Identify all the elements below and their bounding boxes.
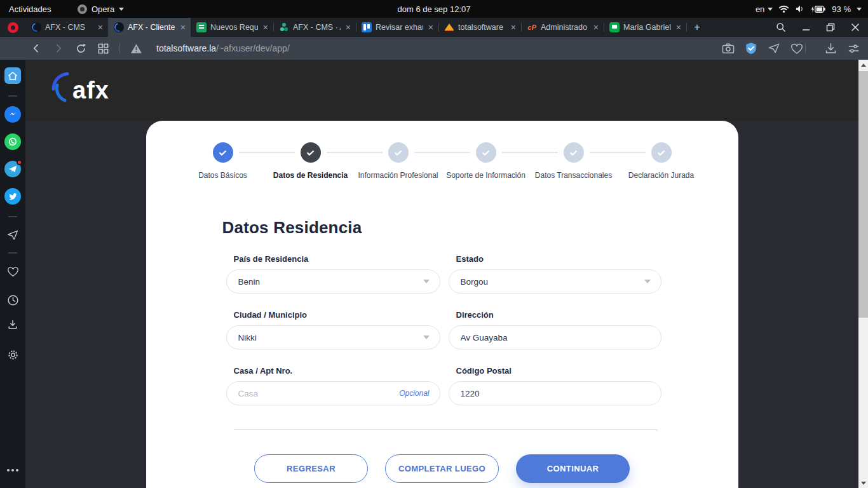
bookmarks-heart-icon[interactable] [4, 263, 21, 280]
field-codigo-postal: Código Postal [449, 366, 661, 405]
step-datos-residencia[interactable]: Datos de Residencia [267, 142, 355, 180]
page-scrollbar[interactable] [858, 60, 868, 488]
speed-dial-grid-icon[interactable] [96, 43, 110, 54]
scroll-up-arrow[interactable] [858, 60, 868, 70]
direccion-input[interactable] [461, 333, 651, 342]
step-label: Datos Transaccionales [530, 171, 618, 180]
sidebar-more-icon[interactable] [11, 469, 14, 471]
toolbar-divider [805, 43, 806, 53]
tab-close-icon[interactable]: × [592, 23, 600, 32]
browser-toolbar: totalsoftware.la/~afxuser/dev/app/ [0, 37, 868, 60]
tab-close-icon[interactable]: × [344, 23, 352, 32]
field-label: Código Postal [456, 366, 661, 376]
step-label: Datos de Residencia [267, 171, 355, 180]
browser-tab-administrador[interactable]: cP Administrado × [521, 18, 604, 37]
messenger-icon[interactable] [4, 106, 21, 123]
twitter-icon[interactable] [4, 188, 21, 205]
vpn-shield-badge-icon[interactable] [744, 42, 758, 55]
bookmark-heart-icon[interactable] [790, 43, 804, 55]
field-label: Estado [456, 254, 661, 264]
field-direccion: Dirección [449, 310, 661, 349]
screen: Actividades Opera dom 6 de sep 12:07 en … [0, 0, 868, 488]
keyboard-layout-indicator[interactable]: en [756, 4, 773, 14]
tab-close-icon[interactable]: × [179, 23, 187, 32]
continue-button[interactable]: CONTINUAR [516, 454, 630, 483]
system-clock[interactable]: dom 6 de sep 12:07 [398, 4, 471, 14]
chevron-down-icon [644, 280, 651, 283]
downloads-icon[interactable] [824, 43, 837, 55]
browser-tab-totalsoftware[interactable]: totalsoftware × [438, 18, 521, 37]
opera-logo[interactable] [0, 18, 25, 37]
history-clock-icon[interactable] [4, 292, 21, 308]
estado-select[interactable]: Borgou [449, 269, 661, 294]
wizard-card: Datos Básicos Datos de Residencia Inform… [146, 121, 738, 488]
battery-percent-label: 93 % [832, 4, 851, 14]
whatsapp-icon[interactable] [4, 133, 21, 150]
my-flow-icon[interactable] [767, 42, 781, 55]
forward-button[interactable] [51, 42, 65, 55]
casa-input[interactable] [238, 389, 400, 398]
step-datos-basicos[interactable]: Datos Básicos [179, 142, 267, 180]
step-label: Información Profesional [355, 171, 442, 180]
tab-title: Maria Gabriel [623, 23, 671, 32]
trello-favicon [362, 22, 372, 32]
settings-gear-icon[interactable] [4, 346, 21, 363]
downloads-icon[interactable] [4, 316, 21, 333]
step-label: Datos Básicos [179, 171, 267, 180]
wifi-icon [778, 4, 789, 13]
window-close-button[interactable] [851, 23, 860, 32]
browser-tab-maria-gabriel[interactable]: Maria Gabriel × [604, 18, 686, 37]
app-menu[interactable]: Opera [78, 4, 124, 14]
keyboard-layout-label: en [756, 4, 764, 14]
step-informacion-profesional[interactable]: Información Profesional [355, 142, 442, 180]
browser-tab-afx-cms[interactable]: AFX - CMS × [25, 18, 108, 37]
step-soporte-informacion[interactable]: Soporte de Información [442, 142, 530, 180]
step-declaracion-jurada[interactable]: Declaración Jurada [618, 142, 705, 180]
complete-later-button[interactable]: COMPLETAR LUEGO [385, 454, 499, 483]
browser-tab-afx-cliente-active[interactable]: AFX - Cliente × [108, 18, 191, 37]
url-path: /~afxuser/dev/app/ [216, 43, 290, 53]
codigo-postal-input[interactable] [461, 389, 651, 398]
browser-tab-bar: AFX - CMS × AFX - Cliente × Nuevos Requ … [0, 18, 868, 37]
reload-button[interactable] [74, 43, 88, 55]
site-warning-icon[interactable] [129, 43, 143, 54]
telegram-icon[interactable] [4, 161, 21, 177]
system-tray[interactable]: en 93 % [756, 4, 862, 14]
tab-close-icon[interactable]: × [427, 23, 435, 32]
tab-close-icon[interactable]: × [262, 23, 269, 32]
sidebar-divider [8, 95, 17, 97]
tab-close-icon[interactable]: × [97, 23, 104, 32]
window-minimize-button[interactable] [802, 24, 810, 32]
activities-button[interactable]: Actividades [9, 4, 51, 14]
tab-title: AFX - CMS · A [293, 23, 341, 32]
back-button[interactable] [29, 42, 43, 55]
browser-tab-nuevos-req[interactable]: Nuevos Requ × [191, 18, 273, 37]
sidebar-divider [8, 252, 17, 254]
opera-sidebar [0, 60, 25, 488]
flow-paper-plane-icon[interactable] [4, 227, 21, 243]
system-top-bar: Actividades Opera dom 6 de sep 12:07 en … [0, 0, 868, 18]
tab-close-icon[interactable]: × [675, 23, 682, 32]
afx-logo-text: afx [72, 77, 109, 104]
new-tab-button[interactable]: + [686, 18, 708, 37]
pais-select[interactable]: Benin [226, 269, 440, 294]
check-circle-icon [213, 142, 233, 163]
speed-dial-home-icon[interactable] [4, 67, 21, 84]
step-datos-transaccionales[interactable]: Datos Transaccionales [530, 142, 618, 180]
scrollbar-thumb[interactable] [858, 71, 868, 318]
residence-form: País de Residencia Benin Estado Borgou [226, 254, 661, 405]
browser-tab-afx-cms-a[interactable]: AFX - CMS · A × [273, 18, 356, 37]
browser-tab-revisar[interactable]: Revisar exhau × [356, 18, 438, 37]
ciudad-select[interactable]: Nikki [226, 325, 440, 349]
window-restore-button[interactable] [826, 23, 835, 32]
field-label: Dirección [456, 310, 661, 320]
back-button[interactable]: REGRESAR [254, 454, 368, 483]
chevron-down-icon [119, 8, 124, 11]
tab-close-icon[interactable]: × [510, 23, 517, 32]
snapshot-camera-icon[interactable] [721, 43, 735, 54]
scroll-down-arrow[interactable] [858, 478, 868, 488]
address-bar[interactable]: totalsoftware.la/~afxuser/dev/app/ [156, 43, 290, 53]
tab-search-icon[interactable] [776, 22, 786, 32]
step-label: Soporte de Información [442, 171, 530, 180]
easy-setup-sliders-icon[interactable] [846, 43, 860, 55]
